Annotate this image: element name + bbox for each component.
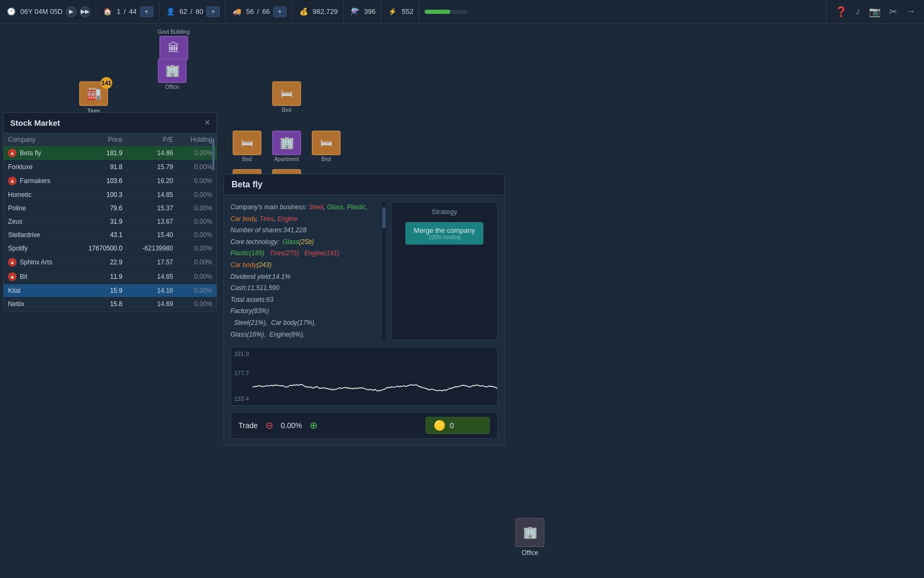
exit-icon[interactable]: → xyxy=(906,6,915,17)
add-home-btn[interactable]: + xyxy=(140,6,153,17)
home-max: 44 xyxy=(129,7,136,16)
stock-price: 100.3 xyxy=(72,188,127,202)
stock-price: 79.6 xyxy=(72,202,127,215)
tires-tile[interactable]: 🏭 141 Tires xyxy=(79,81,108,114)
info-scrollbar-thumb[interactable] xyxy=(382,207,386,229)
office-corner-label: Office xyxy=(521,549,538,557)
stock-company-name: Spotify xyxy=(4,242,72,255)
company-name-text: Bit xyxy=(20,273,27,280)
stock-holding: 0.00% xyxy=(178,270,217,284)
govt-building-tile[interactable]: Govt Building 🏛 xyxy=(158,29,189,60)
stock-table-row[interactable]: Nettix15.814.690.00% xyxy=(4,298,217,311)
stock-table-row[interactable]: Forkluxe91.815.790.00% xyxy=(4,161,217,174)
stock-table-row[interactable]: ▲Sphinx Arts22.917.570.00% xyxy=(4,255,217,270)
company-name-text: Zeus xyxy=(8,218,22,225)
company-name-text: Farmakers xyxy=(20,177,50,185)
stock-holding: 0.00% xyxy=(178,284,217,298)
chart-mid: 177.7 xyxy=(234,370,249,376)
home-section: 🏠 1 / 44 + xyxy=(96,0,159,23)
progress-bar xyxy=(425,10,467,14)
core-tech-line: Core technology: Glass(25b) xyxy=(230,237,377,248)
stock-company-name: ▲Beta fly xyxy=(4,146,72,161)
bed-mid-right-tile[interactable]: 🛏 Bed xyxy=(312,131,341,162)
stock-market-header: Stock Market × xyxy=(4,113,217,133)
add-transport-btn[interactable]: + xyxy=(273,6,287,17)
add-people-btn[interactable]: + xyxy=(206,6,220,17)
bed-mid-right-label: Bed xyxy=(321,156,331,162)
stock-table-row[interactable]: ▲Bit11.914.650.00% xyxy=(4,270,217,284)
fast-forward-btn[interactable]: ▶▶ xyxy=(80,6,90,17)
stock-table-row[interactable]: Hometic100.314.850.00% xyxy=(4,188,217,202)
home-icon: 🏠 xyxy=(102,6,113,18)
camera-icon[interactable]: 📷 xyxy=(869,6,881,18)
trade-minus-btn[interactable]: ⊖ xyxy=(265,420,273,431)
company-icon: ▲ xyxy=(8,258,17,267)
stock-price: 15.8 xyxy=(72,298,127,311)
stock-market-panel: Stock Market × Company Price P/E Holding… xyxy=(3,112,217,311)
stock-holding: 0.00% xyxy=(178,242,217,255)
stock-price: 15.9 xyxy=(72,284,127,298)
apartment-tile[interactable]: 🏢 Apartment xyxy=(272,131,301,162)
stock-pe: 15.40 xyxy=(127,229,178,242)
stock-table-row[interactable]: Zeus31.913.670.00% xyxy=(4,215,217,229)
topbar: 🕐 06Y 04M 05D ▶ ▶▶ 🏠 1 / 44 + 👤 62 / 80 … xyxy=(0,0,924,24)
trade-plus-btn[interactable]: ⊕ xyxy=(310,420,318,431)
business-plastic: Plastic xyxy=(347,203,366,211)
help-icon[interactable]: ❓ xyxy=(835,6,847,18)
stock-pe: 15.37 xyxy=(127,202,178,215)
stock-holding: 0.00% xyxy=(178,255,217,270)
stock-table: Company Price P/E Holding ▲Beta fly181.9… xyxy=(4,133,217,311)
stock-company-name: ▲Sphinx Arts xyxy=(4,255,72,270)
money-icon: 💰 xyxy=(298,6,310,18)
stock-table-row[interactable]: Spotify17670500.0-621399800.00% xyxy=(4,242,217,255)
trade-coin-section: 🟡 0 xyxy=(426,417,490,434)
play-btn[interactable]: ▶ xyxy=(66,6,76,17)
office-top-tile[interactable]: 🏢 Office xyxy=(158,58,187,90)
stock-table-row[interactable]: Stellardrive43.115.400.00% xyxy=(4,229,217,242)
bed-top-label: Bed xyxy=(282,107,291,113)
lightning-icon: ⚡ xyxy=(387,6,398,18)
company-name-text: Poline xyxy=(8,204,26,212)
bed-mid-left-tile[interactable]: 🛏 Bed xyxy=(233,131,261,162)
merge-company-btn[interactable]: Merge the company 100% holding xyxy=(405,222,484,245)
office-corner[interactable]: 🏢 Office xyxy=(515,518,544,557)
stock-table-header-row: Company Price P/E Holding xyxy=(4,133,217,146)
carbody-line: Car body(243) xyxy=(230,260,377,271)
music-icon[interactable]: ♪ xyxy=(856,6,860,17)
merge-btn-label: Merge the company xyxy=(414,226,475,234)
stock-table-row[interactable]: ▲Farmakers103.616.200.00% xyxy=(4,174,217,188)
bed-top-tile[interactable]: 🛏 Bed xyxy=(272,81,301,113)
stock-holding: 0.00% xyxy=(178,202,217,215)
scrollbar-thumb[interactable] xyxy=(212,139,214,171)
company-icon: ▲ xyxy=(8,149,17,157)
stock-table-body: ▲Beta fly181.914.860.00%Forkluxe91.815.7… xyxy=(4,146,217,311)
col-holding: Holding xyxy=(178,133,217,146)
progress-section xyxy=(419,0,827,23)
stock-table-row[interactable]: Poline79.615.370.00% xyxy=(4,202,217,215)
company-icon: ▲ xyxy=(8,272,17,281)
bed-mid-left-label: Bed xyxy=(242,156,252,162)
plastic-prod: Plastic(189) xyxy=(230,249,264,257)
stock-table-row[interactable]: Kital15.914.160.00% xyxy=(4,284,217,298)
scissors-icon[interactable]: ✂ xyxy=(889,6,897,18)
detail-panel: Beta fly Company's main business: Steel,… xyxy=(224,174,505,446)
main-business-line: Company's main business: Steel, Glass, P… xyxy=(230,202,377,225)
col-pe: P/E xyxy=(127,133,178,146)
stock-market-close-btn[interactable]: × xyxy=(204,117,210,128)
stock-table-row[interactable]: ▲Beta fly181.914.860.00% xyxy=(4,146,217,161)
merge-sub-label: 100% holding xyxy=(414,234,475,240)
detail-header: Beta fly xyxy=(224,174,504,195)
tires-prod: Tires(275) xyxy=(270,249,299,257)
stock-company-name: Forkluxe xyxy=(4,161,72,174)
people-count: 62 xyxy=(180,7,187,16)
stock-price: 31.9 xyxy=(72,215,127,229)
stock-pe: 14.65 xyxy=(127,270,178,284)
detail-info: Company's main business: Steel, Glass, P… xyxy=(230,202,377,340)
detail-strategy: Strategy Merge the company 100% holding xyxy=(391,202,498,340)
stock-holding: 0.00% xyxy=(178,174,217,188)
stock-pe: -62139980 xyxy=(127,242,178,255)
stock-company-name: Zeus xyxy=(4,215,72,229)
dividend-line: Dividend yield:14.1% xyxy=(230,271,377,283)
govt-building-icon: 🏛 xyxy=(159,36,188,60)
tires-badge: 141 xyxy=(101,77,112,89)
